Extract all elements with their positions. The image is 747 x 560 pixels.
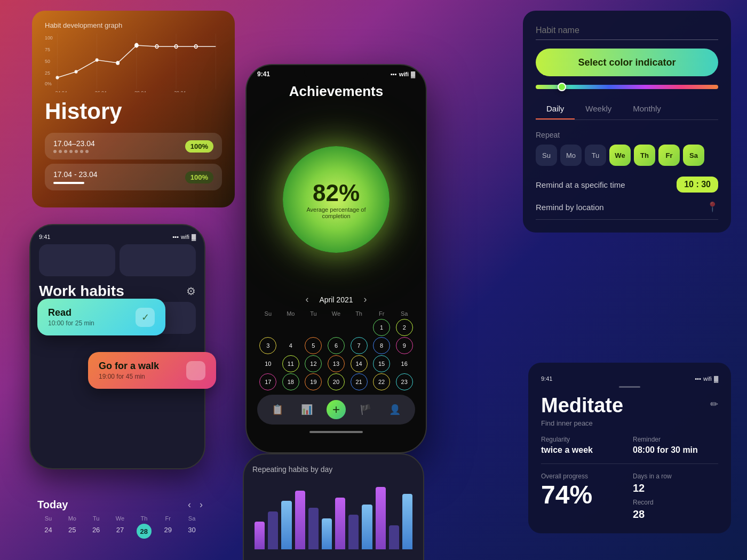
nav-clipboard[interactable]: 📋 [268, 400, 287, 419]
cal-day-23[interactable]: 23 [396, 373, 413, 390]
habit-name-input[interactable] [536, 23, 718, 40]
med-battery: ▓ [714, 375, 718, 382]
badge-2: 100% [185, 171, 213, 183]
today-header: Today ‹ › [37, 499, 203, 511]
meditate-time: 9:41 [541, 375, 552, 382]
work-signal: ▪▪▪ [172, 234, 179, 240]
cal-day-11[interactable]: 11 [282, 355, 299, 372]
cal-day-7[interactable]: 7 [351, 337, 368, 354]
calendar-section: ‹ April 2021 › Su Mo Tu We Th Fr Sa 1 2 [257, 294, 415, 390]
color-indicator-btn[interactable]: Select color indicator [536, 49, 718, 76]
divider [541, 463, 718, 464]
today-day-29[interactable]: 29 [157, 524, 179, 539]
chip-mo[interactable]: Mo [560, 145, 582, 166]
tab-monthly[interactable]: Monthly [622, 100, 672, 119]
habit-walk-check[interactable] [186, 361, 205, 380]
cal-h-th: Th [348, 309, 370, 318]
calendar-month: April 2021 [319, 295, 353, 304]
day-chips: Su Mo Tu We Th Fr Sa [536, 145, 718, 166]
bar-8 [348, 515, 359, 549]
cal-day-1[interactable]: 1 [373, 319, 390, 336]
prev-month-btn[interactable]: ‹ [305, 294, 308, 305]
tab-daily[interactable]: Daily [536, 100, 575, 119]
today-day-30[interactable]: 30 [181, 524, 203, 539]
habit-walk-info: Go for a walk 19:00 for 45 min [99, 361, 159, 380]
overall-value: 74% [541, 482, 626, 508]
slider-thumb[interactable] [558, 83, 566, 91]
cal-day-19[interactable]: 19 [305, 373, 322, 390]
badge-1: 100% [185, 140, 213, 153]
cal-day-15[interactable]: 15 [373, 355, 390, 372]
cal-day-18[interactable]: 18 [282, 373, 299, 390]
today-label-th: Th [133, 515, 155, 522]
habit-read-check[interactable]: ✓ [136, 308, 155, 327]
days-label: Days in a row [633, 473, 718, 480]
chip-su[interactable]: Su [536, 145, 557, 166]
bar-4 [295, 491, 305, 550]
cal-day-3[interactable]: 3 [259, 337, 276, 354]
cal-day-8[interactable]: 8 [373, 337, 390, 354]
today-day-27[interactable]: 27 [109, 524, 131, 539]
habit-card-read[interactable]: Read 10:00 for 25 min ✓ [37, 299, 165, 335]
nav-person[interactable]: 👤 [385, 400, 404, 419]
cal-day-6[interactable]: 6 [328, 337, 345, 354]
nav-add[interactable]: + [327, 400, 346, 419]
cal-day-2[interactable]: 2 [396, 319, 413, 336]
svg-text:100: 100 [45, 35, 53, 41]
progress-overall: Overall progress 74% [541, 473, 626, 521]
svg-point-14 [56, 76, 59, 79]
svg-text:75: 75 [45, 47, 50, 53]
meditate-title: Meditate [541, 394, 623, 417]
work-battery: ▓ [192, 234, 196, 240]
cal-day-13[interactable]: 13 [328, 355, 345, 372]
phone-repeating: Repeating habits by day [243, 453, 424, 560]
today-day-25[interactable]: 25 [61, 524, 83, 539]
cal-day-5[interactable]: 5 [305, 337, 322, 354]
cal-day-17[interactable]: 17 [259, 373, 276, 390]
cal-h-su: Su [257, 309, 279, 318]
settings-card: Select color indicator Daily Weekly Mont… [523, 11, 731, 233]
gear-icon[interactable]: ⚙ [186, 285, 196, 298]
days-value: 12 [633, 482, 718, 494]
today-next[interactable]: › [200, 499, 203, 510]
wifi-icon: wifi [399, 71, 409, 77]
chip-tu[interactable]: Tu [585, 145, 606, 166]
location-icon[interactable]: 📍 [706, 201, 718, 213]
edit-icon[interactable]: ✏ [710, 398, 718, 410]
today-label-su: Su [37, 515, 59, 522]
cal-day-21[interactable]: 21 [351, 373, 368, 390]
bottom-nav-bar: 📋 📊 + 🏴 👤 [257, 395, 415, 425]
cal-day-22[interactable]: 22 [373, 373, 390, 390]
chip-we[interactable]: We [609, 145, 631, 166]
chip-th[interactable]: Th [634, 145, 655, 166]
cal-day-4[interactable]: 4 [282, 337, 299, 354]
cal-day-20[interactable]: 20 [328, 373, 345, 390]
cal-h-fr: Fr [371, 309, 393, 318]
cal-day-10[interactable]: 10 [259, 355, 276, 372]
svg-point-17 [116, 61, 120, 65]
grid-cell-1 [39, 244, 115, 276]
today-prev[interactable]: ‹ [188, 499, 191, 510]
today-title: Today [37, 499, 68, 511]
cal-day-14[interactable]: 14 [351, 355, 368, 372]
today-day-28[interactable]: 28 [137, 524, 152, 539]
habit-card-walk[interactable]: Go for a walk 19:00 for 45 min [88, 352, 216, 389]
chip-sa[interactable]: Sa [683, 145, 704, 166]
cal-day-16[interactable]: 16 [396, 355, 413, 372]
cal-day-9[interactable]: 9 [396, 337, 413, 354]
chip-fr[interactable]: Fr [658, 145, 680, 166]
next-month-btn[interactable]: › [364, 294, 367, 305]
nav-chart[interactable]: 📊 [297, 400, 316, 419]
nav-flag[interactable]: 🏴 [356, 400, 375, 419]
time-badge[interactable]: 10 : 30 [677, 177, 718, 193]
svg-point-16 [96, 58, 99, 62]
meditate-subtitle: Find inner peace [541, 419, 718, 427]
color-slider[interactable] [536, 85, 718, 89]
tab-weekly[interactable]: Weekly [575, 100, 622, 119]
svg-point-15 [75, 70, 78, 74]
cal-day-12[interactable]: 12 [305, 355, 322, 372]
work-title: Work habits [39, 283, 124, 300]
today-day-26[interactable]: 26 [85, 524, 107, 539]
today-day-24[interactable]: 24 [37, 524, 59, 539]
battery-icon: ▓ [411, 71, 415, 77]
